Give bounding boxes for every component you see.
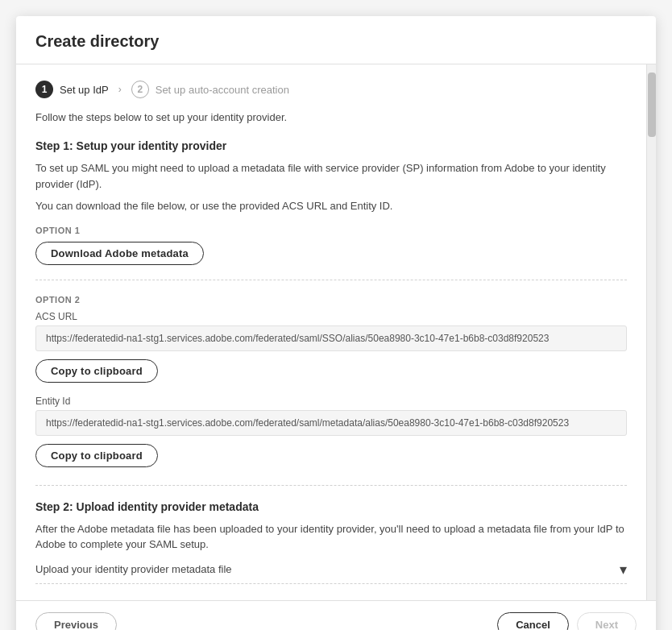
modal-body: 1 Set up IdP › 2 Set up auto-account cre… (16, 64, 656, 600)
upload-label: Upload your identity provider metadata f… (35, 563, 232, 575)
footer-right-buttons: Cancel Next (497, 612, 637, 631)
chevron-down-icon[interactable]: ▾ (620, 561, 627, 578)
steps-indicator: 1 Set up IdP › 2 Set up auto-account cre… (35, 81, 627, 98)
step1-circle: 1 (35, 81, 53, 98)
scrollbar-thumb[interactable] (648, 73, 656, 137)
acs-url-field: https://federatedid-na1-stg1.services.ad… (35, 325, 627, 351)
option2-label: OPTION 2 (35, 295, 627, 305)
follow-instructions: Follow the steps below to set up your id… (35, 111, 627, 123)
step2-section: Step 2: Upload identity provider metadat… (35, 500, 627, 584)
step1-desc2: You can download the file below, or use … (35, 198, 627, 214)
step2-title: Step 2: Upload identity provider metadat… (35, 500, 627, 513)
scrollbar[interactable] (646, 64, 656, 600)
step2-label: Set up auto-account creation (156, 84, 289, 96)
steps-chevron: › (118, 84, 122, 95)
step1-label: Set up IdP (60, 84, 109, 96)
options-divider (35, 280, 627, 280)
previous-button[interactable]: Previous (35, 612, 117, 631)
create-directory-modal: Create directory 1 Set up IdP › 2 Set up… (16, 16, 656, 630)
acs-url-label: ACS URL (35, 311, 627, 322)
content-area: 1 Set up IdP › 2 Set up auto-account cre… (16, 64, 646, 600)
step1-desc1: To set up SAML you might need to upload … (35, 160, 627, 192)
step1-section: Step 1: Setup your identity provider To … (35, 139, 627, 467)
upload-row: Upload your identity provider metadata f… (35, 561, 627, 584)
modal-title: Create directory (35, 32, 159, 50)
acs-url-copy-button[interactable]: Copy to clipboard (35, 359, 158, 383)
entity-id-copy-button[interactable]: Copy to clipboard (35, 444, 158, 467)
next-button[interactable]: Next (577, 612, 637, 631)
entity-id-field: https://federatedid-na1-stg1.services.ad… (35, 410, 627, 436)
option1-label: OPTION 1 (35, 226, 627, 235)
cancel-button[interactable]: Cancel (497, 612, 569, 631)
steps-divider (35, 485, 627, 486)
step2-desc: After the Adobe metadata file has been u… (35, 521, 627, 553)
modal-footer: Previous Cancel Next (16, 600, 656, 631)
download-metadata-button[interactable]: Download Adobe metadata (35, 242, 204, 265)
entity-id-label: Entity Id (35, 396, 627, 407)
modal-header: Create directory (16, 16, 656, 64)
step2-circle: 2 (131, 81, 149, 98)
step1-title: Step 1: Setup your identity provider (35, 139, 627, 152)
